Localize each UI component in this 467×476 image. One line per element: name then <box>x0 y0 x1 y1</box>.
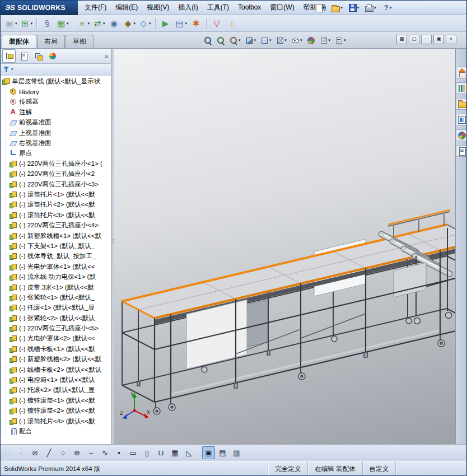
status-custom[interactable]: 自定义 <box>362 461 396 476</box>
open-document-button[interactable]: ▾ <box>330 1 344 15</box>
featuremanager-tab[interactable] <box>2 49 16 63</box>
linear-component-pattern-button[interactable]: ▦▾ <box>55 16 70 31</box>
tree-item-28[interactable]: (-) 电控箱<1> (默认<<默认 <box>1 375 111 385</box>
view-orientation-button[interactable]: ▾ <box>259 34 273 47</box>
parallelogram-tool-button[interactable]: ▯ <box>141 446 153 459</box>
tree-item-33[interactable]: 配合 <box>1 426 111 436</box>
tree-item-23[interactable]: (-) 220V两位三孔插座小<5> <box>1 323 111 333</box>
tree-item-22[interactable]: (-) 张紧轮<2> (默认<<默认 <box>1 313 111 323</box>
rectangle-tool-button[interactable]: ▭ <box>127 446 139 459</box>
file-explorer-button[interactable] <box>456 98 467 110</box>
instant3d-button[interactable]: ↕ <box>225 16 239 31</box>
help-button[interactable]: ?▾ <box>380 1 395 15</box>
tree-item-2[interactable]: 注解 <box>1 107 111 117</box>
tree-item-12[interactable]: (-) 滚筒托片<3> (默认<<默 <box>1 210 111 220</box>
interference-detection-button[interactable]: ▽ <box>209 16 224 31</box>
edit-component-button[interactable]: ▣▾ <box>3 16 18 31</box>
tree-item-19[interactable]: (-) 皮带.3米<1> (默认<<默 <box>1 282 111 292</box>
window-restore-button[interactable]: ▣ <box>433 35 444 44</box>
menu-item-3[interactable]: 插入(I) <box>174 1 202 15</box>
new-document-button[interactable]: ▾ <box>313 1 328 15</box>
tree-item-27[interactable]: (-) 线槽卡板<2> (默认<<默认 <box>1 365 111 375</box>
exploded-view-button[interactable]: ✱ <box>189 16 203 31</box>
tree-item-3[interactable]: 前视基准面 <box>1 118 111 128</box>
slot-tool-button[interactable]: ⊘ <box>29 446 41 459</box>
tree-item-13[interactable]: (-) 220V两位三孔插座小<4> <box>1 220 111 230</box>
hide-show-items-button[interactable]: ▾ <box>289 34 304 47</box>
view-palette-button[interactable] <box>456 114 467 125</box>
save-document-button[interactable]: ▾ <box>347 1 361 15</box>
evaluate-table-tool-button[interactable]: ▥ <box>230 446 243 459</box>
section-view-button[interactable]: ▾ <box>244 34 258 47</box>
circle-tool-button[interactable]: ○ <box>57 446 69 459</box>
model-canvas[interactable] <box>114 49 455 444</box>
sketch-toggle-button[interactable]: ▣ <box>202 446 215 459</box>
tree-item-30[interactable]: (-) 镀锌滚筒<1> (默认<<默 <box>1 395 111 405</box>
bill-of-materials-button[interactable]: ▤▾ <box>174 16 189 31</box>
design-library-button[interactable] <box>456 82 467 94</box>
tree-item-24[interactable]: (-) 光电护罩体<2> (默认<< <box>1 334 111 344</box>
tree-item-26[interactable]: (-) 新塑胶线槽<2> (默认<<默 <box>1 354 111 365</box>
window-cascade-button[interactable]: ▢ <box>409 35 419 44</box>
tree-item-10[interactable]: (-) 滚筒托片<1> (默认<<默 <box>1 189 111 199</box>
spline-tool-button[interactable]: ∿ <box>99 446 111 459</box>
arc-tool-button[interactable]: ⌣ <box>85 446 97 459</box>
configurationmanager-tab[interactable] <box>31 49 45 63</box>
tree-item-25[interactable]: (-) 线槽卡板<1> (默认<<默 <box>1 344 111 354</box>
perimeter-circle-tool-button[interactable]: ⊕ <box>71 446 83 459</box>
reference-geometry-button[interactable]: ◇▾ <box>137 16 152 31</box>
window-minimize-button[interactable]: — <box>421 35 432 44</box>
display-style-button[interactable]: ▾ <box>274 34 289 47</box>
tab-layout[interactable]: 布局 <box>37 35 65 48</box>
design-table-tool-button[interactable]: ▤ <box>216 446 229 459</box>
filter-dropdown-arrow[interactable]: ▾ <box>11 67 13 72</box>
straight-slot-tool-button[interactable]: ⊔ <box>155 446 167 459</box>
menu-item-4[interactable]: 工具(T) <box>203 1 233 15</box>
grid-pattern-tool-button[interactable]: ▦ <box>169 446 181 459</box>
solidworks-resources-button[interactable] <box>456 67 467 78</box>
tree-item-1[interactable]: 传感器 <box>1 97 111 107</box>
graphics-viewport[interactable]: Y X Z <box>114 49 455 444</box>
tree-item-7[interactable]: (-) 220V两位三孔插座小<1> ( <box>1 158 111 169</box>
zoom-to-fit-button[interactable] <box>202 34 214 47</box>
tree-item-9[interactable]: (-) 220V两位三孔插座小<3> <box>1 179 111 189</box>
menu-item-6[interactable]: 窗口(W) <box>265 1 298 15</box>
tree-item-15[interactable]: (-) 下支架<1> (默认_默认_ <box>1 241 111 251</box>
move-component-button[interactable]: ⇄▾ <box>91 16 106 31</box>
smart-fasteners-button[interactable]: ≡▾ <box>76 16 91 31</box>
tree-item-17[interactable]: (-) 光电护罩体<1> (默认<< <box>1 262 111 272</box>
tree-item-8[interactable]: (-) 220V两位三孔插座小<2 <box>1 169 111 179</box>
menu-item-0[interactable]: 文件(F) <box>80 1 111 15</box>
menu-item-2[interactable]: 视图(V) <box>142 1 174 15</box>
tree-item-21[interactable]: (-) 托滚<1> (默认<默认_显 <box>1 303 111 313</box>
tab-sketch[interactable]: 草图 <box>66 35 94 48</box>
mate-button[interactable]: § <box>40 16 54 31</box>
chamfer-tool-button[interactable]: ◺ <box>183 446 195 459</box>
apply-scene-button[interactable]: ▾ <box>318 34 333 47</box>
appearances-scenes-button[interactable] <box>456 129 467 141</box>
tab-assembly[interactable]: 装配体 <box>2 35 36 48</box>
line-tool-button[interactable]: ╱ <box>43 446 55 459</box>
new-motion-study-button[interactable]: ▶ <box>158 16 173 31</box>
toolbar-grip[interactable]: ⋮⋮ <box>3 450 11 456</box>
model-end-casters[interactable] <box>414 312 452 324</box>
previous-view-button[interactable]: ▾ <box>228 34 242 47</box>
displaymanager-tab[interactable] <box>46 49 59 63</box>
featuremanager-overflow-button[interactable]: » <box>105 53 108 59</box>
zoom-to-area-button[interactable] <box>215 34 227 47</box>
tree-item-31[interactable]: (-) 镀锌滚筒<2> (默认<<默 <box>1 406 111 416</box>
insert-components-button[interactable]: ⊞▾ <box>19 16 34 31</box>
menu-item-1[interactable]: 编辑(E) <box>111 1 142 15</box>
view-settings-button[interactable]: ▾ <box>333 34 348 47</box>
tree-item-6[interactable]: 原点 <box>1 148 111 158</box>
print-document-button[interactable]: ▾ <box>363 1 378 15</box>
tree-item-29[interactable]: (-) 托滚<2> (默认<默认_显 <box>1 385 111 395</box>
window-new-button[interactable]: ▦ <box>396 35 407 44</box>
tree-item-0[interactable]: History <box>1 86 111 96</box>
model-back-casters[interactable] <box>137 318 412 386</box>
point-tool-button[interactable]: ▪ <box>113 446 125 459</box>
tree-item-32[interactable]: (-) 滚筒托片<4> (默认<<默 <box>1 416 111 426</box>
tree-root-item[interactable]: 单层皮带线 (默认<默认_显示状 <box>1 76 111 86</box>
tree-item-11[interactable]: (-) 滚筒托片<2> (默认<<默 <box>1 200 111 210</box>
tree-item-20[interactable]: (-) 张紧轮<1> (默认<默认_ <box>1 292 111 302</box>
